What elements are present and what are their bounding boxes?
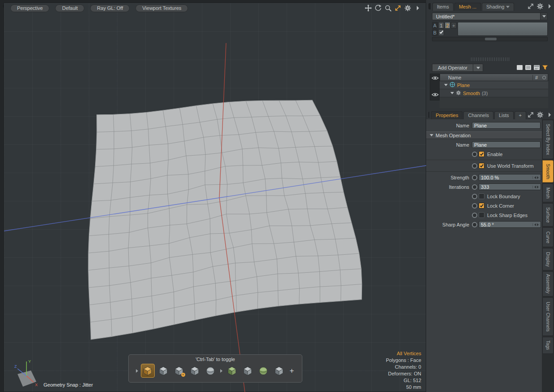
channel-circle-icon[interactable] bbox=[472, 163, 477, 169]
vtab-curve[interactable]: Curve bbox=[542, 227, 554, 247]
panel-more-icon[interactable] bbox=[546, 111, 553, 118]
vtab-user-channels[interactable]: User Channels bbox=[542, 297, 554, 336]
ray-gl-button[interactable]: Ray GL: Off bbox=[90, 4, 130, 12]
viewport-textures-button[interactable]: Viewport Textures bbox=[135, 4, 188, 12]
lock-sharp-edges-checkbox[interactable] bbox=[479, 212, 484, 218]
cube-mesh-tool-icon[interactable] bbox=[241, 364, 255, 378]
panel-more-icon[interactable] bbox=[546, 3, 553, 10]
rotate-icon[interactable] bbox=[375, 4, 382, 12]
blank-view-icon[interactable] bbox=[516, 65, 523, 71]
enable-checkbox[interactable] bbox=[479, 151, 484, 157]
pane-grip[interactable] bbox=[428, 3, 431, 9]
cube-vertices-tool-icon[interactable] bbox=[188, 364, 202, 378]
sharp-angle-input[interactable]: 55.0 ° bbox=[479, 221, 541, 228]
tab-items[interactable]: Items bbox=[432, 3, 454, 11]
tree-filter-icon[interactable] bbox=[540, 76, 548, 79]
use-world-transform-label: Use World Transform bbox=[487, 163, 534, 169]
disclosure-triangle-icon[interactable] bbox=[450, 92, 454, 94]
add-tool-icon[interactable]: + bbox=[288, 366, 296, 375]
scene-dropdown[interactable]: Untitled* bbox=[432, 13, 548, 20]
tab-mesh-ops[interactable]: Mesh ... bbox=[454, 3, 481, 11]
group-cell-1[interactable]: 1 bbox=[438, 22, 444, 29]
default-view-button[interactable]: Default bbox=[55, 4, 84, 12]
zoom-icon[interactable] bbox=[384, 4, 392, 12]
vtab-assembly[interactable]: Assembly bbox=[542, 271, 554, 296]
iterations-spinner[interactable] bbox=[532, 186, 539, 188]
group-b-checkbox[interactable] bbox=[438, 29, 444, 36]
sharp-angle-spinner[interactable] bbox=[532, 223, 539, 226]
panel-maximize-icon[interactable] bbox=[527, 3, 534, 10]
item-label-plane[interactable]: Plane bbox=[457, 83, 470, 88]
maximize-icon[interactable] bbox=[394, 4, 401, 12]
panel-gear-icon[interactable] bbox=[537, 3, 544, 10]
cube-plain-tool-icon[interactable] bbox=[272, 364, 286, 378]
eye-icon[interactable] bbox=[432, 75, 439, 82]
mesh-operation-section-header[interactable]: Mesh Operation bbox=[426, 131, 542, 139]
tree-row-smooth[interactable]: Smooth (3) bbox=[440, 89, 548, 97]
vtab-display[interactable]: Display bbox=[542, 248, 554, 270]
tree-header[interactable]: Name # bbox=[440, 74, 548, 81]
tree-empty-area[interactable] bbox=[440, 97, 548, 108]
channel-circle-icon[interactable] bbox=[472, 184, 477, 190]
palette-lead-sep-icon[interactable] bbox=[136, 369, 138, 373]
use-world-transform-checkbox[interactable] bbox=[479, 163, 484, 169]
vtab-mesh[interactable]: Mesh bbox=[542, 183, 554, 202]
sphere-cube-tool-icon[interactable] bbox=[204, 364, 218, 378]
channel-circle-icon[interactable] bbox=[472, 194, 477, 199]
vtab-smooth[interactable]: Smooth bbox=[542, 160, 554, 183]
properties-tab-bar: Properties Channels Lists + bbox=[428, 110, 553, 119]
plane-add-tool-icon[interactable]: + bbox=[172, 364, 186, 378]
channel-circle-icon[interactable] bbox=[472, 203, 477, 209]
group-scroll-handle[interactable] bbox=[485, 38, 497, 40]
cube-array-tool-icon[interactable] bbox=[157, 364, 170, 378]
group-cell-2[interactable]: 2 bbox=[445, 22, 450, 29]
group-cell-add[interactable]: + bbox=[451, 22, 457, 29]
more-icon[interactable] bbox=[414, 4, 421, 12]
detail-view-icon[interactable] bbox=[533, 65, 540, 71]
add-operator-button[interactable]: Add Operator bbox=[432, 64, 473, 72]
hill-tool-icon[interactable] bbox=[257, 364, 270, 378]
group-pass-area[interactable] bbox=[458, 22, 548, 36]
strength-input[interactable]: 100.0 % bbox=[479, 174, 541, 181]
channel-circle-icon[interactable] bbox=[472, 213, 477, 218]
vtab-tags[interactable]: Tags bbox=[542, 337, 554, 354]
iterations-label: Iterations bbox=[426, 184, 469, 190]
gear-icon[interactable] bbox=[404, 4, 411, 12]
tab-lists[interactable]: Lists bbox=[494, 111, 514, 119]
palette-group-sep-icon[interactable] bbox=[220, 369, 222, 373]
vtab-surface[interactable]: Surface bbox=[542, 203, 554, 226]
group-scrollbar[interactable] bbox=[432, 37, 548, 41]
panel-maximize-icon[interactable] bbox=[527, 111, 534, 118]
add-operator-chevron-icon[interactable] bbox=[473, 64, 483, 72]
disclosure-triangle-icon[interactable] bbox=[444, 84, 448, 86]
list-view-icon[interactable] bbox=[525, 65, 532, 71]
tab-shading[interactable]: Shading bbox=[482, 3, 514, 11]
splitter-ticks[interactable] bbox=[471, 57, 509, 61]
op-name-input[interactable]: Plane bbox=[472, 141, 541, 148]
filter-icon[interactable] bbox=[542, 65, 548, 71]
pan-icon[interactable] bbox=[365, 4, 372, 12]
lock-boundary-checkbox[interactable] bbox=[479, 193, 484, 199]
strength-spinner[interactable] bbox=[532, 176, 539, 179]
tree-hash-header[interactable]: # bbox=[532, 75, 540, 80]
iterations-input[interactable]: 333 bbox=[479, 183, 541, 190]
cube-active-tool-icon[interactable] bbox=[141, 364, 155, 378]
tetra-tool-icon[interactable] bbox=[225, 364, 239, 378]
viewport-3d[interactable]: Perspective Default Ray GL: Off Viewport… bbox=[4, 3, 426, 392]
tree-name-header[interactable]: Name bbox=[440, 75, 532, 80]
eye-icon[interactable] bbox=[432, 92, 439, 98]
item-label-smooth[interactable]: Smooth bbox=[463, 91, 480, 96]
panel-gear-icon[interactable] bbox=[537, 111, 544, 118]
channel-circle-icon[interactable] bbox=[472, 222, 477, 227]
channel-circle-icon[interactable] bbox=[472, 152, 477, 157]
tree-row-plane[interactable]: Plane bbox=[440, 81, 548, 89]
tab-add[interactable]: + bbox=[515, 111, 526, 119]
tab-channels[interactable]: Channels bbox=[463, 111, 493, 119]
pane-grip[interactable] bbox=[428, 112, 429, 118]
tab-properties[interactable]: Properties bbox=[431, 111, 462, 119]
vtab-select-by-index[interactable]: Select By Index bbox=[542, 120, 554, 159]
perspective-button[interactable]: Perspective bbox=[10, 4, 49, 12]
channel-circle-icon[interactable] bbox=[472, 175, 477, 180]
lock-corner-checkbox[interactable] bbox=[479, 203, 484, 209]
name-input[interactable]: Plane bbox=[472, 122, 541, 129]
